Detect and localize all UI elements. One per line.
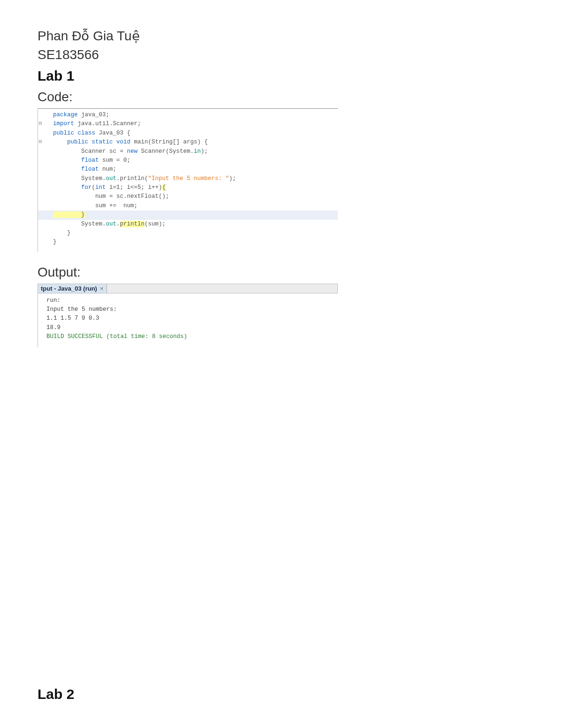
code-token: ; i<= [120,184,138,191]
code-token: int [95,184,106,191]
code-token: Scanner sc = [53,148,127,155]
code-token: ( [92,184,96,191]
code-token-highlight: } [53,211,85,218]
code-token: num = sc.nextFloat(); [53,193,169,200]
code-token: 0 [123,157,127,164]
console-line: run: [46,296,333,305]
code-token: . [116,221,120,227]
code-token: for [53,184,92,191]
code-token-highlight: println [120,221,145,227]
output-tab[interactable]: tput - Java_03 (run) × [38,284,107,293]
code-token: "Input the 5 numbers: " [148,175,229,182]
code-token: ); [229,175,236,182]
code-token: java_03; [78,112,110,118]
code-token: float [53,166,99,173]
code-token: public class [53,130,95,136]
code-token: Java_03 { [95,130,130,136]
code-token: i= [106,184,117,191]
code-editor: package java_03; ⊟ import java.util.Scan… [38,108,338,252]
output-tab-label: tput - Java_03 (run) [41,285,97,292]
code-token: } [53,230,71,236]
lab2-title: Lab 2 [38,686,74,702]
code-token: public static void [53,139,130,145]
console-line: 1.1 1.5 7 9 0.3 [46,314,333,323]
code-token: (String[] args) { [148,139,208,145]
code-token: Scanner(System. [137,148,194,155]
code-token: System. [53,221,106,227]
code-token: } [53,239,57,245]
code-token: ); [201,148,208,155]
code-token: (sum); [145,221,166,227]
code-token: ; i++) [141,184,162,191]
code-token: out [106,221,117,227]
output-tabbar: tput - Java_03 (run) × [38,284,338,293]
code-token: sum += num; [53,203,137,209]
output-label: Output: [38,265,525,280]
code-token: package [53,112,78,118]
code-token: num; [99,166,117,173]
code-token: 1 [116,184,120,191]
console-line: Input the 5 numbers: [46,305,333,314]
code-token: java.util.Scanner; [74,120,141,127]
console-build-success: BUILD SUCCESSFUL (total time: 8 seconds) [46,332,333,341]
code-token: System. [53,175,106,182]
code-token: .println( [116,175,148,182]
code-token: new [127,148,138,155]
code-token: ; [127,157,131,164]
code-token: import [53,120,74,127]
code-label: Code: [38,90,525,105]
lab1-title: Lab 1 [38,68,525,84]
code-token-highlight: { [162,184,166,191]
code-token: in [194,148,201,155]
code-token: 5 [137,184,141,191]
close-icon[interactable]: × [100,285,104,292]
code-token: out [106,175,117,182]
console-line: 18.9 [46,323,333,332]
code-token: main [130,139,148,145]
code-token: sum = [99,157,124,164]
output-console: run: Input the 5 numbers: 1.1 1.5 7 9 0.… [38,293,338,347]
code-token: float [53,157,99,164]
student-name: Phan Đỗ Gia Tuệ [38,28,525,44]
student-id: SE183566 [38,47,525,62]
